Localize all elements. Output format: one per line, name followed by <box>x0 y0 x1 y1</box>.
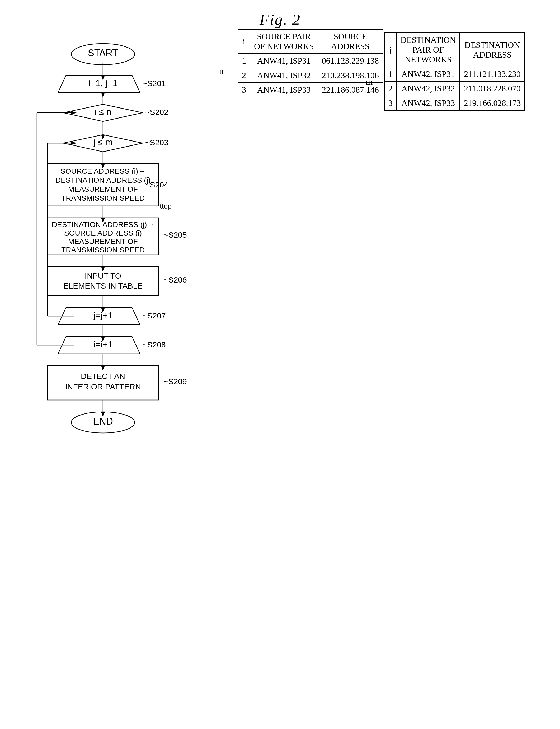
source-table: i SOURCE PAIROF NETWORKS SOURCEADDRESS 1… <box>238 29 383 97</box>
svg-marker-26 <box>101 366 105 371</box>
dest-col-pair: DESTINATIONPAIR OFNETWORKS <box>397 33 460 67</box>
svg-marker-19 <box>101 92 105 98</box>
source-pair-2: ANW41, ISP32 <box>250 68 318 83</box>
svg-marker-23 <box>101 267 105 272</box>
s204-line3: MEASUREMENT OF <box>68 185 138 193</box>
s205-step: ~S205 <box>164 231 187 239</box>
page-title: Fig. 2 <box>260 11 300 29</box>
s207-label: j=j+1 <box>93 310 113 320</box>
s209-line2: INFERIOR PATTERN <box>65 382 141 391</box>
dest-col-address: DESTINATIONADDRESS <box>460 33 525 67</box>
source-table-wrapper: i SOURCE PAIROF NETWORKS SOURCEADDRESS 1… <box>238 29 383 105</box>
source-addr-1: 061.123.229.138 <box>318 54 383 68</box>
s206-line2: ELEMENTS IN TABLE <box>63 281 143 290</box>
s208-label: i=i+1 <box>93 339 113 349</box>
s207-step: ~S207 <box>143 311 166 320</box>
s202-step: ~S202 <box>145 108 168 116</box>
source-pair-1: ANW41, ISP31 <box>250 54 318 68</box>
dest-j-2: 2 <box>384 81 397 96</box>
s204-line2: DESTINATION ADDRESS (j) <box>55 176 150 184</box>
dest-addr-2: 211.018.228.070 <box>460 81 525 96</box>
s202-label: i ≤ n <box>95 107 111 117</box>
flowchart: START i=1, j=1 ~S201 i ≤ n ~S202 j ≤ m ~… <box>21 34 246 694</box>
dest-row-2: 2 ANW42, ISP32 211.018.228.070 <box>384 81 525 96</box>
source-addr-3: 221.186.087.146 <box>318 83 383 97</box>
s205-line2: SOURCE ADDRESS (i) <box>64 229 142 237</box>
s204-step: ~S204 <box>145 180 168 189</box>
source-addr-2: 210.238.198.106 <box>318 68 383 83</box>
s205-line3: MEASUREMENT OF <box>68 237 138 246</box>
dest-pair-1: ANW42, ISP31 <box>397 67 460 81</box>
dest-addr-3: 219.166.028.173 <box>460 96 525 110</box>
s204-line4: TRANSMISSION SPEED <box>61 194 145 202</box>
m-label: m <box>366 77 373 87</box>
svg-marker-17 <box>71 111 77 115</box>
dest-pair-3: ANW42, ISP33 <box>397 96 460 110</box>
s209-line1: DETECT AN <box>81 372 125 380</box>
s203-label: j ≤ m <box>93 137 112 147</box>
s205-line4: TRANSMISSION SPEED <box>61 246 145 254</box>
s209-step: ~S209 <box>164 377 187 386</box>
source-row-2: 2 ANW41, ISP32 210.238.198.106 <box>238 68 383 83</box>
dest-table: j DESTINATIONPAIR OFNETWORKS DESTINATION… <box>384 32 525 111</box>
dest-j-3: 3 <box>384 96 397 110</box>
dest-addr-1: 211.121.133.230 <box>460 67 525 81</box>
source-row-1: 1 ANW41, ISP31 061.123.229.138 <box>238 54 383 68</box>
s206-step: ~S206 <box>164 275 187 284</box>
s205-line1: DESTINATION ADDRESS (j)→ <box>52 220 154 229</box>
source-col-pair: SOURCE PAIROF NETWORKS <box>250 29 318 54</box>
tables-container: i SOURCE PAIROF NETWORKS SOURCEADDRESS 1… <box>238 29 525 120</box>
dest-table-wrapper: j DESTINATIONPAIR OFNETWORKS DESTINATION… <box>384 32 525 119</box>
s203-step: ~S203 <box>145 138 168 147</box>
source-pair-3: ANW41, ISP33 <box>250 83 318 97</box>
ttcp-label: ttcp <box>160 202 172 210</box>
dest-pair-2: ANW42, ISP32 <box>397 81 460 96</box>
dest-row-1: 1 ANW42, ISP31 211.121.133.230 <box>384 67 525 81</box>
svg-marker-13 <box>71 141 77 145</box>
s208-step: ~S208 <box>143 340 166 349</box>
source-row-3: 3 ANW41, ISP33 221.186.087.146 <box>238 83 383 97</box>
dest-col-j: j <box>384 33 397 67</box>
s201-step: ~S201 <box>143 79 166 88</box>
dest-j-1: 1 <box>384 67 397 81</box>
s201-label: i=1, j=1 <box>88 78 118 88</box>
s204-line1: SOURCE ADDRESS (i)→ <box>60 167 145 175</box>
s206-line1: INPUT TO <box>85 271 121 280</box>
end-label: END <box>93 416 113 427</box>
start-label: START <box>88 48 118 58</box>
source-col-address: SOURCEADDRESS <box>318 29 383 54</box>
dest-row-3: 3 ANW42, ISP33 219.166.028.173 <box>384 96 525 110</box>
